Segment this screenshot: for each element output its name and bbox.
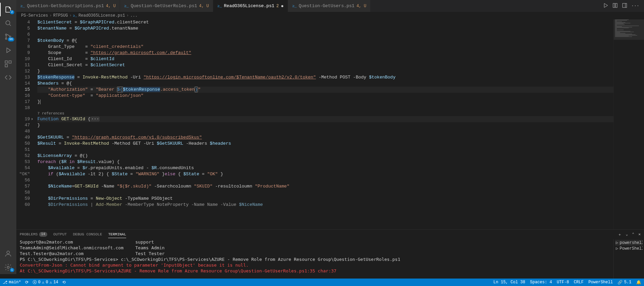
svg-point-7 [7,251,10,254]
link-icon: 🔗 [617,280,623,285]
tab-label: Question-GetUserRoles.ps1 [131,3,197,8]
tab-getsubs[interactable]: ≥_ Question-GetSubscriptions.ps1 4, U [16,0,120,12]
breadcrumb-seg[interactable]: PS-Services [21,13,48,18]
powershell-icon: ≥_ [217,4,222,8]
error-icon: ⓧ [33,280,37,285]
svg-rect-4 [5,61,7,63]
svg-rect-9 [613,3,615,7]
tab-git: 4, U [199,4,209,8]
status-notifications-icon[interactable]: 🔔 [636,280,641,285]
terminal-icon: ▷ [616,240,618,245]
run-icon[interactable] [603,3,608,10]
svg-rect-6 [5,65,7,67]
activity-scm-icon[interactable]: 96 [0,30,16,43]
svg-rect-5 [9,61,11,63]
dirty-dot-icon: ● [281,3,284,9]
powershell-icon: ≥_ [292,4,296,8]
editor-tabs: ≥_ Question-GetSubscriptions.ps1 4, U ≥_… [16,0,644,12]
settings-badge: 1 [10,268,14,272]
terminal-icon: ▷ [616,246,618,251]
activity-accounts-icon[interactable] [0,247,16,261]
svg-rect-11 [623,3,627,7]
activity-explorer-icon[interactable]: 2 [0,3,16,16]
terminal-list: ▷powershell ▷PowerShell I... [613,239,644,279]
split-icon[interactable] [612,3,618,10]
status-problems[interactable]: ⓧ0 ⚠0 ⚠14 [33,280,58,285]
tab-problems[interactable]: PROBLEMS14 [20,232,47,237]
sync-icon: ⟳ [25,280,29,285]
status-ps-version[interactable]: 🔗5.1 [617,280,631,285]
tab-actions: ··· [603,0,644,12]
activity-extensions-icon[interactable] [0,57,16,71]
chevron-right-icon: › [49,13,52,18]
warning-icon: ⚠ [42,280,44,285]
terminal-dropdown-icon[interactable]: ⌄ [626,232,628,237]
more-icon[interactable]: ··· [631,3,639,8]
panel-tabs: PROBLEMS14 OUTPUT DEBUG CONSOLE TERMINAL… [16,230,644,239]
gutter: 4 5 6 7 8 9 10 11 12 13 14 15 16 17 18 1… [16,19,33,229]
codelens-references[interactable]: 7 references [37,111,613,116]
new-terminal-icon[interactable]: ＋ [618,232,622,237]
tab-git: 4, U [356,4,366,8]
maximize-panel-icon[interactable]: ⌃ [632,232,634,237]
code-content[interactable]: $clientSecret = $GraphAPICred.clientSecr… [33,19,613,229]
main-area: ≥_ Question-GetSubscriptions.ps1 4, U ≥_… [16,0,644,279]
chevron-right-icon: › [69,13,72,18]
breadcrumb-seg[interactable]: RTPSUG [53,13,68,18]
terminal-output[interactable]: Support@au2mator.comsupport TeamsAdmin@S… [16,239,613,279]
svg-point-0 [6,21,10,25]
status-encoding[interactable]: UTF-8 [557,280,569,285]
minimap[interactable] [613,19,644,229]
svg-point-1 [5,34,7,35]
tab-git: 4, U [106,4,116,8]
tab-getusers[interactable]: ≥_ Question-GetUsers.ps1 4, U [288,0,371,12]
svg-rect-10 [615,3,617,7]
branch-icon: ⎇ [3,280,7,285]
status-branch[interactable]: ⎇main* [3,280,21,285]
terminal-item[interactable]: ▷PowerShell I... [615,246,643,251]
text-cursor [40,99,40,104]
status-live-share[interactable]: ⟲ [62,280,66,285]
status-bar: ⎇main* ⟳ ⓧ0 ⚠0 ⚠14 ⟲ Ln 15, Col 38 Space… [0,279,644,286]
status-eol[interactable]: CRLF [574,280,584,285]
tab-label: Question-GetSubscriptions.ps1 [27,3,104,8]
breadcrumb[interactable]: PS-Services › RTPSUG › ≥_ ReadO365Licens… [16,12,644,19]
breadcrumb-seg[interactable]: ... [130,13,138,18]
tab-label: ReadO365License.ps1 [224,3,274,8]
status-indent[interactable]: Spaces: 4 [530,280,552,285]
breadcrumb-seg[interactable]: ReadO365License.ps1 [79,13,125,18]
svg-point-2 [5,38,7,39]
tab-debug-console[interactable]: DEBUG CONSOLE [73,232,102,236]
layout-icon[interactable] [622,3,627,10]
bottom-panel: PROBLEMS14 OUTPUT DEBUG CONSOLE TERMINAL… [16,229,644,279]
problems-badge: 14 [39,232,47,237]
activity-debug-icon[interactable] [0,43,16,57]
powershell-icon: ≥_ [20,4,25,8]
explorer-badge: 2 [10,10,14,14]
tab-readlicense[interactable]: ≥_ ReadO365License.ps1 2 ● [213,0,288,12]
activity-bar: 2 96 1 [0,0,16,274]
editor[interactable]: 4 5 6 7 8 9 10 11 12 13 14 15 16 17 18 1… [16,19,644,229]
svg-point-8 [7,266,9,268]
powershell-icon: ≥_ [73,14,77,18]
activity-remote-icon[interactable] [0,71,16,84]
status-sync[interactable]: ⟳ [25,280,29,285]
status-cursor[interactable]: Ln 15, Col 38 [493,280,525,285]
chevron-right-icon: › [126,13,129,18]
broadcast-icon: ⟲ [62,280,66,285]
scm-badge: 96 [8,37,14,41]
fold-ellipsis-icon[interactable]: ··· [90,117,100,122]
close-panel-icon[interactable]: ✕ [638,232,641,237]
tab-git: 2 [276,4,279,8]
tab-terminal[interactable]: TERMINAL [108,232,126,238]
tab-output[interactable]: OUTPUT [53,232,67,236]
terminal-item[interactable]: ▷powershell [615,240,643,246]
activity-settings-icon[interactable]: 1 [0,261,16,274]
powershell-icon: ≥_ [124,4,129,8]
status-language[interactable]: PowerShell [588,280,613,285]
activity-search-icon[interactable] [0,16,16,30]
tab-label: Question-GetUsers.ps1 [299,3,355,8]
info-icon: ⚠ [50,280,52,285]
tab-getuserroles[interactable]: ≥_ Question-GetUserRoles.ps1 4, U [120,0,213,12]
